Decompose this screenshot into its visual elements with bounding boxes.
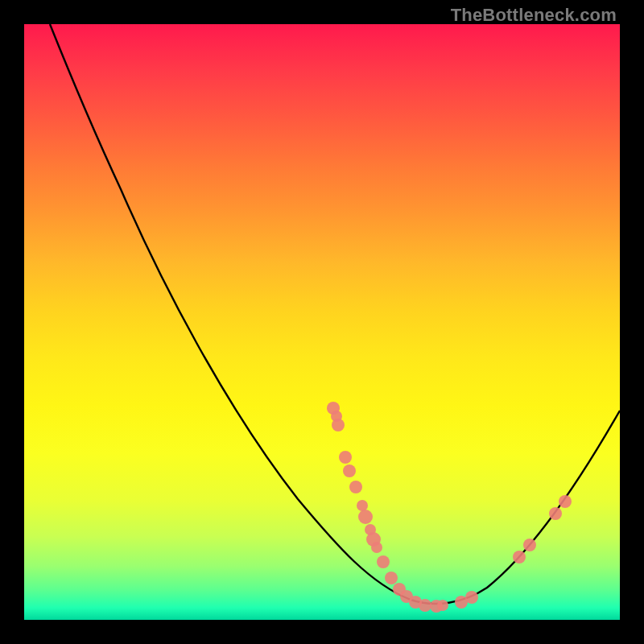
data-point — [465, 591, 478, 604]
bottleneck-curve — [50, 24, 620, 604]
data-point — [513, 551, 526, 564]
chart-svg — [24, 24, 620, 620]
data-point — [357, 500, 368, 511]
data-point — [385, 572, 398, 584]
data-point — [371, 542, 382, 553]
data-point — [559, 495, 572, 508]
data-point — [358, 510, 373, 524]
data-point — [349, 481, 362, 493]
data-point — [343, 464, 356, 477]
data-point — [377, 555, 390, 568]
data-point — [437, 600, 448, 611]
watermark-text: TheBottleneck.com — [451, 5, 617, 26]
data-point — [332, 419, 345, 431]
data-point — [339, 451, 352, 464]
data-point — [419, 599, 431, 612]
data-point — [523, 539, 536, 551]
scatter-dots — [327, 402, 572, 613]
data-point — [549, 507, 562, 520]
